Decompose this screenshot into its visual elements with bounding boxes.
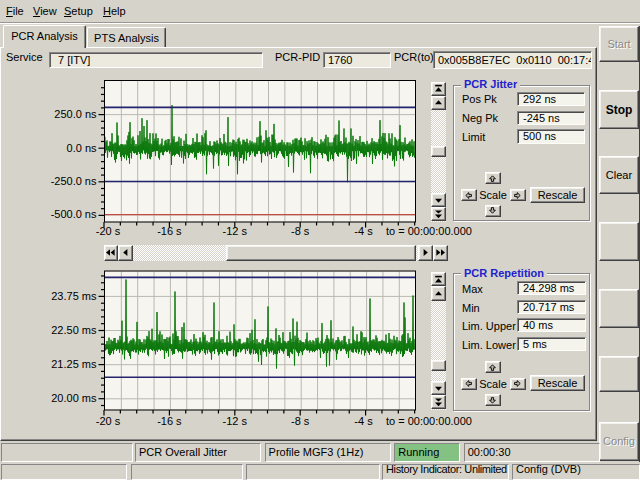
- svg-text:23.75 ms: 23.75 ms: [51, 290, 97, 302]
- svg-text:-20 s: -20 s: [96, 225, 121, 237]
- svg-text:-12 s: -12 s: [223, 415, 248, 427]
- svg-text:-16 s: -16 s: [157, 225, 182, 237]
- svg-text:0.0 ns: 0.0 ns: [67, 142, 97, 154]
- svg-text:-250.0 ns: -250.0 ns: [51, 175, 97, 187]
- svg-text:-500.0 ns: -500.0 ns: [51, 208, 97, 220]
- svg-text:-4 s: -4 s: [354, 225, 373, 237]
- svg-text:-20 s: -20 s: [96, 415, 121, 427]
- svg-text:-8 s: -8 s: [291, 225, 310, 237]
- svg-text:-16 s: -16 s: [157, 415, 182, 427]
- svg-text:to = 00:00:00.000: to = 00:00:00.000: [386, 415, 472, 427]
- svg-text:20.00 ms: 20.00 ms: [51, 392, 97, 404]
- svg-text:-4 s: -4 s: [354, 415, 373, 427]
- svg-text:to = 00:00:00.000: to = 00:00:00.000: [386, 225, 472, 237]
- svg-text:-12 s: -12 s: [223, 225, 248, 237]
- svg-text:21.25 ms: 21.25 ms: [51, 358, 97, 370]
- svg-text:250.0 ns: 250.0 ns: [54, 108, 97, 120]
- svg-text:22.50 ms: 22.50 ms: [51, 324, 97, 336]
- svg-text:-8 s: -8 s: [291, 415, 310, 427]
